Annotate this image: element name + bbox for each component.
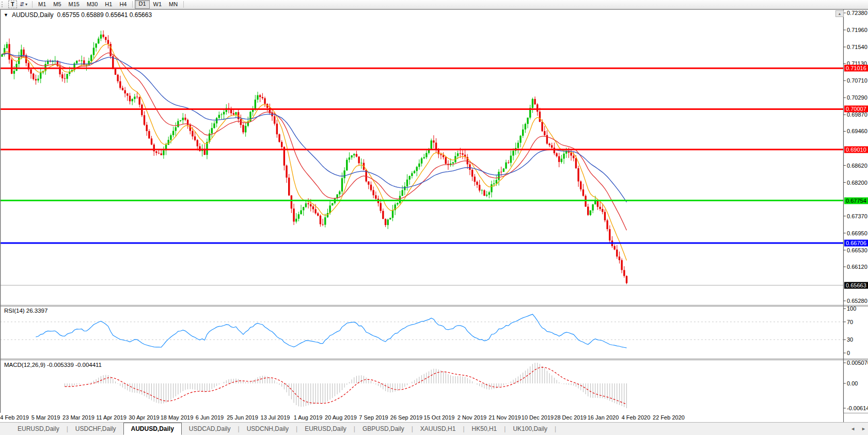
timeframe-button-h1[interactable]: H1 (101, 0, 116, 9)
date-label: 23 Mar 2019 (62, 414, 94, 421)
toolbar-grip[interactable] (2, 2, 4, 7)
macd-tick-label: 0.00 (847, 380, 858, 386)
price-tick-label: 0.66120 (847, 264, 867, 270)
price-tick-label: 0.68620 (847, 163, 867, 169)
macd-tick-label: 0.005076 (847, 360, 868, 366)
date-label: 11 Apr 2019 (96, 414, 127, 421)
date-label: 10 Dec 2019 (522, 414, 554, 421)
tab-item-usdcad-daily[interactable]: USDCAD,Daily (182, 423, 238, 435)
price-tick-label: 0.66950 (847, 230, 867, 236)
price-tick-label: 0.67370 (847, 213, 867, 219)
text-tool-button[interactable]: T (8, 1, 17, 8)
cycle-symbols-button[interactable]: ⇵ ▾ (17, 0, 30, 9)
toolbar-separator (132, 1, 133, 8)
ohlc-values: 0.65755 0.65889 0.65641 0.65663 (57, 11, 152, 19)
tab-scroll-left-icon[interactable]: ◄ (850, 426, 855, 431)
date-label: 6 Jun 2019 (196, 414, 224, 421)
level-price-label: 0.71016 (844, 65, 868, 72)
tab-item-usdcnh-daily[interactable]: USDCNH,Daily (240, 423, 296, 435)
price-tick-label: 0.71540 (847, 44, 867, 50)
timeframe-button-m15[interactable]: M15 (65, 0, 83, 9)
chart-canvas[interactable] (0, 9, 868, 422)
timeframe-button-m5[interactable]: M5 (50, 0, 65, 9)
ma-slow-line (2, 54, 627, 202)
rsi-tick-label: 100 (847, 305, 856, 312)
collapse-icon[interactable]: ▼ (4, 12, 8, 18)
level-price-label: 0.69010 (844, 146, 868, 153)
date-label: 5 Mar 2019 (31, 414, 60, 421)
price-tick-label: 0.65280 (847, 298, 867, 304)
cycle-arrows-icon: ⇵ (20, 1, 24, 8)
price-tick-label: 0.69460 (847, 128, 867, 134)
symbol-period-label: AUDUSD,Daily (12, 11, 54, 19)
timeframe-button-m1[interactable]: M1 (35, 0, 50, 9)
date-label: 26 Sep 2019 (390, 414, 422, 421)
date-label: 2 Nov 2019 (457, 414, 486, 421)
rsi-tick-label: 70 (847, 319, 853, 325)
timeframe-button-w1[interactable]: W1 (150, 0, 166, 9)
level-price-label: 0.67754 (844, 197, 868, 204)
level-price-label: 0.66706 (844, 239, 868, 246)
ma-fast-line (2, 44, 627, 261)
price-tick-label: 0.72380 (847, 10, 867, 16)
tab-item-eurusd-daily[interactable]: EURUSD,Daily (10, 423, 67, 435)
date-label: 13 Jul 2019 (261, 414, 290, 421)
tab-scroll-arrows: ◄ ► (850, 422, 866, 435)
tab-scroll-right-icon[interactable]: ► (861, 426, 866, 431)
tab-item-audusd-daily[interactable]: AUDUSD,Daily (123, 423, 182, 435)
timeframe-button-d1[interactable]: D1 (135, 0, 149, 9)
tab-item-hk50-h1[interactable]: HK50,H1 (465, 423, 504, 435)
tab-item-uk100-daily[interactable]: UK100,Daily (506, 423, 555, 435)
macd-histogram (65, 363, 626, 408)
timeframe-buttons: M1M5M15M30H1H4D1W1MN (35, 0, 181, 9)
date-label: 22 Feb 2020 (653, 414, 685, 421)
rsi-plot[interactable] (0, 314, 843, 348)
rsi-tick-label: 30 (847, 336, 853, 343)
price-tick-label: 0.70290 (847, 94, 867, 101)
date-label: 25 Jun 2019 (227, 414, 258, 421)
mt4-window: T ⇵ ▾ M1M5M15M30H1H4D1W1MN ▼ AUDUSD,Dail… (0, 0, 868, 435)
date-label: 16 Jan 2020 (588, 414, 619, 421)
tab-item-gbpusd-daily[interactable]: GBPUSD,Daily (355, 423, 412, 435)
price-tick-label: 0.69870 (847, 111, 867, 118)
date-label: 20 Aug 2019 (325, 414, 357, 421)
toolbar-separator (32, 1, 33, 8)
price-tick-label: 0.68200 (847, 180, 867, 186)
toolbar-separator (183, 1, 184, 8)
rsi-tick-label: 0 (847, 350, 850, 356)
tab-item-xauusd-h1[interactable]: XAUUSD,H1 (413, 423, 463, 435)
chart-title: ▼ AUDUSD,Daily 0.65755 0.65889 0.65641 0… (4, 11, 152, 19)
date-label: 21 Nov 2019 (488, 414, 520, 421)
macd-tick-label: -0.006148 (847, 405, 868, 411)
rsi-line (36, 314, 626, 348)
timeframe-button-mn[interactable]: MN (165, 0, 181, 9)
price-tick-label: 0.70710 (847, 77, 867, 84)
level-price-label: 0.70007 (844, 106, 868, 112)
date-label: 30 Apr 2019 (129, 414, 159, 421)
chart-tab-bar: EURUSD,Daily|USDCHF,DailyAUDUSD,DailyUSD… (0, 422, 868, 435)
dropdown-caret-icon: ▾ (25, 1, 27, 8)
scroll-up-icon[interactable]: ▲ (835, 10, 844, 17)
macd-plot[interactable] (65, 363, 626, 408)
rsi-indicator-label: RSI(14) 26.3397 (4, 308, 48, 314)
tab-item-usdchf-daily[interactable]: USDCHF,Daily (68, 423, 123, 435)
timeframe-button-h4[interactable]: H4 (116, 0, 130, 9)
date-label: 28 Dec 2019 (554, 414, 586, 421)
current-price-label: 0.65663 (844, 282, 868, 288)
price-tick-label: 0.66530 (847, 247, 867, 253)
price-tick-label: 0.71960 (847, 27, 867, 33)
timeframe-button-m30[interactable]: M30 (83, 0, 101, 9)
ma-medium-line (2, 53, 627, 230)
top-toolbar: T ⇵ ▾ M1M5M15M30H1H4D1W1MN (0, 0, 868, 9)
date-label: 15 Oct 2019 (424, 414, 455, 421)
date-label: 4 Feb 2020 (622, 414, 651, 421)
date-label: 14 Feb 2019 (0, 414, 29, 421)
tab-separator: | (555, 423, 556, 435)
date-label: 1 Aug 2019 (294, 414, 323, 421)
date-axis[interactable]: 14 Feb 20195 Mar 201923 Mar 201911 Apr 2… (0, 413, 843, 422)
date-label: 7 Sep 2019 (359, 414, 388, 421)
macd-indicator-label: MACD(12,26,9) -0.005339 -0.004411 (4, 362, 102, 368)
date-label: 18 May 2019 (161, 414, 194, 421)
tab-item-eurusd-daily[interactable]: EURUSD,Daily (297, 423, 354, 435)
